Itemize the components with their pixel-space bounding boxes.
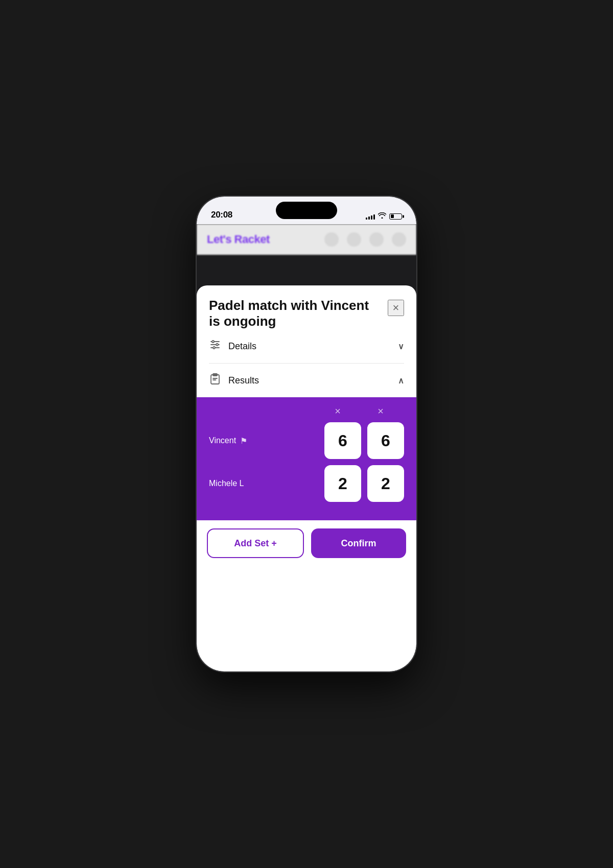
app-title: Let's Racket	[207, 233, 270, 246]
phone-screen: 20:08	[197, 197, 416, 671]
score-box-vincent-set1[interactable]: 6	[324, 422, 361, 459]
app-header: Let's Racket	[197, 224, 416, 255]
status-icons	[366, 212, 402, 220]
header-icon-call	[324, 232, 339, 247]
header-icon-share	[369, 232, 384, 247]
svg-point-4	[216, 344, 218, 346]
player-name-michele: Michele L	[209, 479, 244, 488]
score-box-michele-set1[interactable]: 2	[324, 465, 361, 502]
set-header-1: ×	[319, 405, 356, 417]
results-left: Results	[209, 373, 259, 388]
sheet-title: Padel match with Vincent is ongoing	[209, 298, 372, 329]
sheet-header: Padel match with Vincent is ongoing ×	[197, 285, 416, 329]
confirm-label: Confirm	[341, 538, 376, 549]
player-row-michele: Michele L 2 2	[209, 465, 404, 502]
battery-fill	[391, 214, 394, 218]
clipboard-icon	[209, 373, 221, 388]
details-section[interactable]: Details ∨	[197, 329, 416, 363]
player-info-michele: Michele L	[209, 479, 244, 488]
set-headers: × ×	[209, 405, 404, 417]
app-header-icons	[324, 232, 406, 247]
score-area: × × Vincent ⚑ 6 6	[197, 397, 416, 520]
details-left: Details	[209, 339, 256, 354]
player-name-vincent: Vincent	[209, 436, 236, 445]
results-label: Results	[228, 375, 259, 386]
set-header-2: ×	[362, 405, 399, 417]
wifi-icon	[378, 212, 386, 220]
sliders-icon	[209, 339, 221, 354]
add-set-button[interactable]: Add Set +	[207, 528, 304, 558]
score-box-vincent-set2[interactable]: 6	[367, 422, 404, 459]
battery-icon	[389, 213, 402, 220]
add-set-label: Add Set +	[234, 538, 277, 549]
signal-bar-3	[371, 215, 372, 220]
score-box-michele-set2[interactable]: 2	[367, 465, 404, 502]
svg-point-5	[213, 347, 215, 349]
details-label: Details	[228, 341, 256, 352]
header-icon-more	[392, 232, 406, 247]
scores-row-michele: 2 2	[324, 465, 404, 502]
scores-row-vincent: 6 6	[324, 422, 404, 459]
player-row-vincent: Vincent ⚑ 6 6	[209, 422, 404, 459]
flag-icon-vincent: ⚑	[240, 436, 247, 446]
results-row[interactable]: Results ∧	[197, 364, 416, 397]
phone-frame: 20:08	[197, 197, 416, 671]
bottom-actions: Add Set + Confirm	[197, 520, 416, 570]
confirm-button[interactable]: Confirm	[311, 528, 406, 558]
player-info-vincent: Vincent ⚑	[209, 436, 247, 446]
results-chevron: ∧	[398, 376, 404, 385]
status-time: 20:08	[211, 210, 232, 220]
signal-bars-icon	[366, 213, 375, 220]
details-chevron: ∨	[398, 342, 404, 351]
svg-rect-10	[214, 378, 217, 381]
signal-bar-2	[368, 216, 370, 220]
close-button[interactable]: ×	[388, 300, 404, 316]
bottom-sheet: Padel match with Vincent is ongoing ×	[197, 285, 416, 671]
signal-bar-1	[366, 218, 367, 220]
header-icon-profile	[347, 232, 361, 247]
signal-bar-4	[373, 214, 375, 220]
dynamic-island	[276, 202, 337, 219]
svg-point-3	[212, 341, 214, 343]
results-section: Results ∧ × × Vincent ⚑	[197, 364, 416, 520]
status-bar: 20:08	[197, 197, 416, 224]
close-icon: ×	[393, 301, 399, 315]
